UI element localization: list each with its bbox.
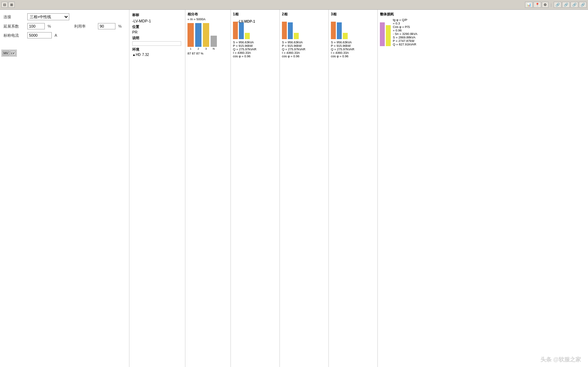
p2-s: S = 956.63kVA xyxy=(282,41,326,44)
p3-s: S = 956.63kVA xyxy=(331,41,375,44)
environment-value: 7.32 xyxy=(142,53,149,57)
bottom-tool-9[interactable]: 🔗 xyxy=(579,2,587,8)
connection-label: 连接 xyxy=(3,14,24,20)
overall-loss-panel: 整体损耗 tg φ = Q/P = 0.3 Cos φ = P/S = 0.96… xyxy=(378,10,434,367)
utilization-pct: % xyxy=(118,24,129,28)
extension-pct: % xyxy=(48,24,69,28)
p1-bar-3 xyxy=(245,33,250,39)
bottom-content: 连接 三相+中性线 延展系数 % 利用率 % 标称电流 A 标标 xyxy=(0,10,588,367)
p2-p: P = 915.96kW xyxy=(282,44,326,48)
phase-bar-1-container: 1 xyxy=(187,23,194,50)
bottom-tool-8[interactable]: 🔗 xyxy=(571,2,578,8)
p3-bar-3 xyxy=(343,33,348,39)
position-section-label: 位置 xyxy=(132,24,182,29)
ol-tgφ: tg φ = Q/P xyxy=(393,18,417,22)
phase-dist-title: 相分布 xyxy=(187,12,228,17)
in-value: = In = 5000A xyxy=(187,17,228,21)
phase-bar-3 xyxy=(203,23,209,47)
tag-panel: 标标 -LV-MDP-1 位置 PR 说明 环境 ▲HD 7.32 xyxy=(129,10,185,367)
extension-label: 延展系数 xyxy=(3,24,24,29)
rated-current-row: 标称电流 A xyxy=(3,32,126,38)
p2-cos: cos φ = 0.96 xyxy=(282,55,326,58)
properties-panel: 连接 三相+中性线 延展系数 % 利用率 % 标称电流 A xyxy=(0,10,129,367)
ol-s: S = 2869.88kVA xyxy=(393,36,417,39)
bottom-tool-4[interactable]: 📍 xyxy=(533,2,541,8)
sld-mini-nav: MV LV xyxy=(1,50,17,57)
p3-bar-1 xyxy=(331,22,336,39)
p2-bar-2 xyxy=(288,22,293,39)
connection-row: 连接 三相+中性线 xyxy=(3,13,126,20)
overall-loss-content: tg φ = Q/P = 0.3 Cos φ = P/S = 0.96 - Sn… xyxy=(380,18,432,46)
power-1phase-data: S = 956.63kVA P = 915.96kW Q = 275.97kVA… xyxy=(233,41,277,58)
ol-bar-2 xyxy=(386,25,391,46)
sld-nav-lv[interactable]: LV xyxy=(10,51,16,56)
power-3phase-chart xyxy=(331,18,375,39)
p1-bar-2 xyxy=(239,22,244,39)
phase-bar-n-container: N xyxy=(211,36,217,50)
ol-eq03: = 0.3 xyxy=(393,22,417,25)
ol-q: Q = 827.91kVAR xyxy=(393,43,417,46)
rated-current-unit: A xyxy=(55,33,76,37)
rated-current-label: 标称电流 xyxy=(3,33,24,38)
p3-q: Q = 275.97kVAR xyxy=(331,48,375,51)
phase-label-2: 2 xyxy=(198,47,199,50)
bottom-tool-3[interactable]: 📊 xyxy=(525,2,533,8)
bottom-right-toolbar: 📊 📍 ⚙ | 🔗 🔗 🔗 🔗 xyxy=(525,2,587,8)
sld-nav-mv[interactable]: MV xyxy=(2,51,9,56)
description-input[interactable] xyxy=(132,41,181,46)
bottom-tool-6[interactable]: 🔗 xyxy=(554,2,561,8)
tag-section-label: 标标 xyxy=(132,13,182,17)
power-3phase-title: 3相 xyxy=(331,12,375,17)
bottom-tool-7[interactable]: 🔗 xyxy=(562,2,570,8)
ol-p: P = 2747.87kW xyxy=(393,39,417,43)
phase-label-1: 1 xyxy=(190,47,191,50)
phase-bar-n xyxy=(211,36,217,47)
phase-bar-3-container: 3 xyxy=(203,23,209,50)
power-3phase-data: S = 956.63kVA P = 915.96kW Q = 275.97kVA… xyxy=(331,41,375,58)
environment-label: ▲HD xyxy=(132,53,141,57)
p1-q: Q = 275.97kVAR xyxy=(233,48,277,51)
power-2phase-panel: 2相 S = 956.63kVA P = 915.96kW Q = 275.97… xyxy=(280,10,329,367)
phase-bar-2-container: 2 xyxy=(195,23,201,50)
ol-cosφ: Cos φ = P/S xyxy=(393,25,417,29)
p1-p: P = 915.96kW xyxy=(233,44,277,48)
phase-bars: 1 2 3 N xyxy=(187,22,228,50)
p1-cos: cos φ = 0.96 xyxy=(233,55,277,58)
phase-label-n: N xyxy=(213,47,215,50)
ol-sn: - Sn = 3290.9kVA xyxy=(393,32,417,36)
p2-i: I = 4360.33A xyxy=(282,51,326,55)
extension-row: 延展系数 % 利用率 % xyxy=(3,23,126,29)
p1-bar-1 xyxy=(233,22,238,39)
p3-p: P = 915.96kW xyxy=(331,44,375,48)
bottom-panel: ⊟ ⊞ 📊 📍 ⚙ | 🔗 🔗 🔗 🔗 连接 三相+中性线 xyxy=(0,210,588,315)
power-2phase-chart xyxy=(282,18,326,39)
power-1phase-panel: 1相 S = 956.63kVA P = 915.96kW Q = 275.97… xyxy=(231,10,280,367)
connection-select[interactable]: 三相+中性线 xyxy=(27,13,69,20)
phase-bar-2 xyxy=(195,23,201,47)
utilization-input[interactable] xyxy=(98,23,115,29)
bottom-tool-2[interactable]: ⊞ xyxy=(8,2,15,8)
bottom-tool-1[interactable]: ⊟ xyxy=(1,2,8,8)
p1-i: I = 4360.33A xyxy=(233,51,277,55)
bottom-toolbar-row: ⊟ ⊞ 📊 📍 ⚙ | 🔗 🔗 🔗 🔗 xyxy=(0,0,588,10)
power-2phase-title: 2相 xyxy=(282,12,326,17)
phase-percentages: 87 87 87 % xyxy=(187,52,228,55)
power-sections: 1相 S = 956.63kVA P = 915.96kW Q = 275.97… xyxy=(231,10,588,367)
extension-input[interactable] xyxy=(27,23,45,29)
position-value: PR xyxy=(132,30,182,34)
description-section-label: 说明 xyxy=(132,36,182,41)
p2-bar-1 xyxy=(282,22,287,39)
ol-eq096: = 0.96 xyxy=(393,29,417,32)
ol-bar-1 xyxy=(380,22,385,46)
phase-dist-panel: 相分布 = In = 5000A 1 2 3 N xyxy=(185,10,231,367)
power-1phase-title: 1相 xyxy=(233,12,277,17)
lvmdp1-header: -LV-MDP-1 xyxy=(238,20,255,23)
p2-q: Q = 275.97kVAR xyxy=(282,48,326,51)
bottom-tool-5[interactable]: ⚙ xyxy=(542,2,548,8)
power-3phase-panel: 3相 S = 956.63kVA P = 915.96kW Q = 275.97… xyxy=(329,10,378,367)
bottom-left-toolbar: ⊟ ⊞ xyxy=(1,2,15,8)
phase-label-3: 3 xyxy=(205,47,207,50)
environment-section-label: 环境 xyxy=(132,47,182,52)
phase-bar-1 xyxy=(187,23,194,47)
rated-current-input[interactable] xyxy=(27,32,52,38)
